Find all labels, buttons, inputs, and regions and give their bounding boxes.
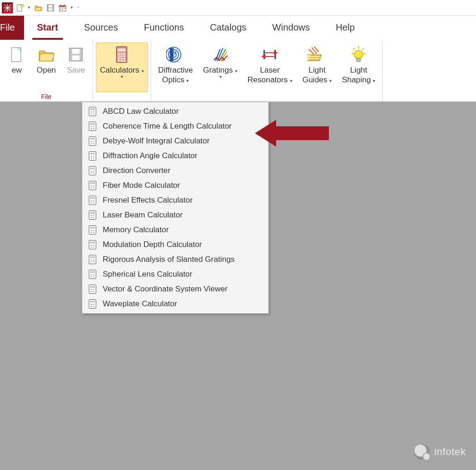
qat-new-icon[interactable] — [15, 3, 25, 13]
open-label: Open — [37, 65, 56, 75]
calculator-icon — [89, 181, 96, 190]
guides-icon — [307, 45, 327, 64]
svg-rect-22 — [72, 49, 80, 54]
laser-resonators-button[interactable]: LaserResonators ▾ — [243, 43, 297, 92]
gratings-icon — [210, 45, 230, 64]
svg-rect-28 — [124, 53, 126, 55]
svg-point-13 — [64, 4, 65, 6]
tab-functions[interactable]: Functions — [131, 16, 197, 40]
caret-icon: ▾ — [121, 74, 123, 80]
svg-rect-11 — [59, 6, 66, 7]
calculator-icon — [89, 299, 96, 309]
save-label: Save — [67, 65, 85, 75]
ribbon: ewOpenSaveFileCalculators ▾▾ Diffractive… — [0, 40, 476, 102]
menu-item-9[interactable]: Modulation Depth Calculator — [82, 237, 268, 252]
light-guides-button[interactable]: LightGuides ▾ — [298, 43, 336, 92]
gratings-button[interactable]: Gratings ▾▾ — [199, 43, 241, 92]
ribbon-tabs: FileStartSourcesFunctionsCatalogsWindows… — [0, 16, 476, 40]
laser-resonators-label: LaserResonators ▾ — [247, 65, 292, 85]
svg-rect-32 — [118, 58, 120, 60]
new-button[interactable]: ew — [3, 43, 31, 92]
menu-item-1[interactable]: Coherence Time & Length Calculator — [82, 119, 268, 134]
menu-item-0[interactable]: ABCD Law Calculator — [82, 104, 268, 119]
light-shaping-button[interactable]: LightShaping ▾ — [338, 43, 379, 92]
svg-rect-18 — [62, 9, 63, 10]
menu-item-label: Debye-Wolf Integral Calculator — [103, 136, 210, 146]
calculator-icon — [89, 210, 96, 220]
svg-line-59 — [353, 48, 355, 50]
qat-new-caret-icon[interactable]: ▼ — [27, 6, 31, 10]
calculators-dropdown: ABCD Law CalculatorCoherence Time & Leng… — [82, 102, 269, 314]
menu-item-5[interactable]: Fiber Mode Calculator — [82, 178, 268, 193]
tab-windows[interactable]: Windows — [260, 16, 323, 40]
menu-item-4[interactable]: Direction Converter — [82, 163, 268, 178]
qat-calendar-caret-icon[interactable]: ▼ — [69, 6, 74, 10]
tab-catalogs[interactable]: Catalogs — [197, 16, 260, 40]
folder-icon — [37, 45, 56, 64]
svg-point-6 — [21, 4, 24, 7]
svg-rect-36 — [121, 60, 123, 62]
menu-item-2[interactable]: Debye-Wolf Integral Calculator — [82, 134, 268, 148]
qat-save-icon[interactable] — [45, 3, 56, 13]
tab-help[interactable]: Help — [323, 16, 368, 40]
diffractive-optics-button[interactable]: DiffractiveOptics ▾ — [154, 43, 197, 92]
svg-rect-25 — [118, 49, 126, 52]
svg-rect-23 — [72, 56, 80, 60]
tab-sources[interactable]: Sources — [71, 16, 131, 40]
menu-item-label: Vector & Coordinate System Viewer — [103, 284, 228, 294]
watermark-label: infotek — [434, 446, 466, 458]
calculator-icon — [89, 122, 96, 131]
tab-file[interactable]: File — [0, 16, 24, 40]
svg-rect-27 — [121, 53, 123, 55]
menu-item-12[interactable]: Vector & Coordinate System Viewer — [82, 282, 268, 297]
menu-item-label: Memory Calculator — [103, 225, 169, 235]
gratings-label: Gratings ▾ — [203, 65, 237, 75]
calculator-icon — [89, 107, 96, 116]
menu-item-label: Fresnel Effects Calculator — [103, 196, 192, 205]
menu-item-13[interactable]: Waveplate Calculator — [82, 297, 268, 311]
light-guides-label: LightGuides ▾ — [303, 65, 332, 85]
menu-item-11[interactable]: Spherical Lens Calculator — [82, 267, 268, 282]
calculators-label: Calculators ▾ — [100, 65, 144, 75]
menu-item-7[interactable]: Laser Beam Calculator — [82, 208, 268, 223]
new-label: ew — [12, 65, 22, 75]
resonator-icon — [260, 45, 279, 64]
calculator-icon — [89, 166, 96, 175]
svg-rect-34 — [124, 58, 126, 60]
open-button[interactable]: Open — [32, 43, 60, 92]
calculator-icon — [112, 45, 131, 64]
watermark: infotek — [414, 444, 466, 460]
menu-item-8[interactable]: Memory Calculator — [82, 223, 268, 237]
menu-item-3[interactable]: Diffraction Angle Calculator — [82, 148, 268, 163]
svg-rect-31 — [124, 55, 126, 57]
svg-rect-16 — [64, 8, 65, 9]
tab-start[interactable]: Start — [24, 16, 71, 40]
svg-rect-29 — [118, 55, 120, 57]
menu-item-label: Fiber Mode Calculator — [103, 181, 180, 190]
group-tools: DiffractiveOptics ▾Gratings ▾▾LaserReson… — [151, 40, 383, 101]
menu-item-6[interactable]: Fresnel Effects Calculator — [82, 193, 268, 208]
group-calculators-group: Calculators ▾▾ — [93, 40, 151, 101]
floppy-icon — [66, 45, 86, 64]
svg-marker-50 — [262, 55, 265, 58]
svg-rect-8 — [49, 5, 52, 7]
calculator-icon — [89, 255, 96, 264]
menu-item-label: Diffraction Angle Calculator — [103, 151, 198, 161]
menu-item-label: Modulation Depth Calculator — [103, 240, 202, 249]
group-label-file: File — [3, 92, 90, 100]
svg-rect-30 — [121, 55, 123, 57]
calculator-icon — [89, 225, 96, 235]
calculators-button[interactable]: Calculators ▾▾ — [96, 43, 148, 92]
svg-rect-33 — [121, 58, 123, 60]
qat-open-icon[interactable] — [33, 3, 43, 13]
diffractive-optics-label: DiffractiveOptics ▾ — [158, 65, 193, 85]
group-file: ewOpenSaveFile — [0, 40, 93, 101]
svg-rect-64 — [357, 58, 360, 62]
bulb-icon — [349, 45, 368, 64]
qat-separator: ⁼ — [76, 5, 80, 11]
menu-item-10[interactable]: Rigorous Analysis of Slanted Gratings — [82, 252, 268, 267]
app-logo-icon — [2, 2, 13, 13]
qat-calendar-icon[interactable] — [57, 3, 68, 13]
page-icon — [7, 45, 26, 64]
diffractive-icon — [166, 45, 185, 64]
